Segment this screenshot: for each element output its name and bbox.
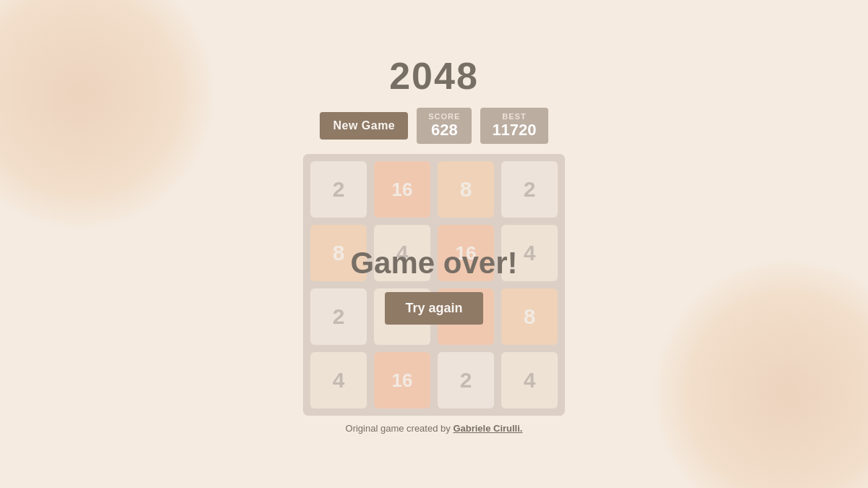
best-value: 11720 bbox=[492, 121, 536, 140]
game-over-message: Game over! bbox=[350, 246, 517, 281]
try-again-button[interactable]: Try again bbox=[385, 292, 482, 325]
best-label: BEST bbox=[492, 112, 536, 121]
score-value: 628 bbox=[428, 121, 460, 140]
attribution-link[interactable]: Gabriele Cirulli. bbox=[453, 423, 522, 434]
best-box: BEST 11720 bbox=[480, 108, 548, 144]
game-over-overlay: Game over! Try again bbox=[303, 154, 565, 416]
top-bar: New Game SCORE 628 BEST 11720 bbox=[320, 108, 548, 144]
new-game-button[interactable]: New Game bbox=[320, 112, 408, 140]
attribution-text: Original game created by bbox=[346, 423, 454, 434]
game-title: 2048 bbox=[389, 54, 479, 98]
board-wrapper: 21682841642416841624 Game over! Try agai… bbox=[303, 154, 565, 416]
game-container: 2048 New Game SCORE 628 BEST 11720 21682… bbox=[303, 54, 565, 434]
attribution: Original game created by Gabriele Cirull… bbox=[346, 423, 523, 434]
score-label: SCORE bbox=[428, 112, 460, 121]
score-box: SCORE 628 bbox=[417, 108, 472, 144]
